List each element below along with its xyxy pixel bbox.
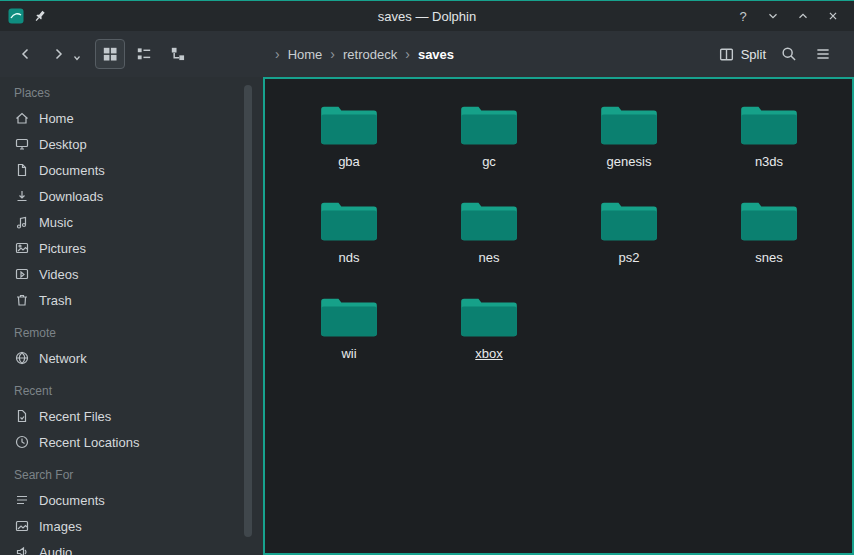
sidebar-item-label: Home [39,111,74,126]
sidebar-item-videos[interactable]: Videos [0,261,256,287]
chevron-down-icon [766,9,780,23]
folder-item-genesis[interactable]: genesis [559,95,699,191]
chevron-right-icon: › [330,46,335,62]
folder-icon [598,197,660,245]
sidebar-item-label: Trash [39,293,72,308]
section-header-places: Places [0,81,256,105]
sidebar-item-recent-locations[interactable]: Recent Locations [0,429,256,455]
close-icon [826,9,840,23]
sidebar-item-label: Images [39,519,82,534]
folder-label: wii [341,346,356,361]
breadcrumb-saves[interactable]: saves [416,45,456,64]
history-dropdown[interactable] [73,50,81,65]
speaker-icon [14,544,30,555]
chevron-right-icon: › [275,46,280,62]
video-icon [14,266,30,282]
dolphin-app-icon [8,8,24,24]
breadcrumb: › Home › retrodeck › saves [275,45,456,64]
folder-icon [458,101,520,149]
search-icon [780,45,798,63]
folder-label: nds [339,250,360,265]
folder-item-xbox[interactable]: xbox [419,287,559,383]
folder-label: ps2 [619,250,640,265]
sidebar-item-label: Downloads [39,189,103,204]
folder-item-n3ds[interactable]: n3ds [699,95,839,191]
section-header-remote: Remote [0,321,256,345]
folder-grid: gba gc genesis [265,79,852,383]
sidebar-item-label: Network [39,351,87,366]
minimize-button[interactable] [760,4,786,28]
titlebar-left [8,8,188,24]
home-icon [14,110,30,126]
folder-label: n3ds [755,154,783,169]
sidebar-item-search-documents[interactable]: Documents [0,487,256,513]
forward-button[interactable] [44,40,72,68]
folder-icon [458,197,520,245]
network-globe-icon [14,350,30,366]
sidebar-item-desktop[interactable]: Desktop [0,131,256,157]
window-title: saves — Dolphin [188,9,666,24]
back-button[interactable] [12,40,40,68]
search-button[interactable] [774,39,804,69]
folder-icon [738,197,800,245]
sidebar-item-label: Desktop [39,137,87,152]
hamburger-menu-icon [814,45,832,63]
sidebar-item-label: Music [39,215,73,230]
folder-item-gc[interactable]: gc [419,95,559,191]
folder-item-nds[interactable]: nds [279,191,419,287]
arrow-left-icon [18,46,34,62]
pin-icon[interactable] [32,8,48,24]
music-note-icon [14,214,30,230]
sidebar-scrollbar-thumb[interactable] [244,85,252,537]
sidebar-item-trash[interactable]: Trash [0,287,256,313]
split-button[interactable]: Split [710,41,774,68]
sidebar-item-search-audio[interactable]: Audio [0,539,256,555]
folder-label: xbox [475,346,502,361]
folder-icon [318,101,380,149]
icons-view-button[interactable] [95,39,125,69]
titlebar: saves — Dolphin ? [0,1,854,31]
maximize-button[interactable] [790,4,816,28]
help-button[interactable]: ? [730,4,756,28]
folder-label: gba [338,154,360,169]
recent-locations-icon [14,434,30,450]
folder-item-wii[interactable]: wii [279,287,419,383]
folder-icon [598,101,660,149]
sidebar-item-home[interactable]: Home [0,105,256,131]
download-icon [14,188,30,204]
chevron-up-icon [796,9,810,23]
split-label: Split [741,47,766,62]
sidebar-item-label: Pictures [39,241,86,256]
tree-view-button[interactable] [163,39,193,69]
folder-item-gba[interactable]: gba [279,95,419,191]
section-header-recent: Recent [0,379,256,403]
close-button[interactable] [820,4,846,28]
folder-icon [318,197,380,245]
sidebar-item-music[interactable]: Music [0,209,256,235]
trash-icon [14,292,30,308]
folder-item-snes[interactable]: snes [699,191,839,287]
sidebar-item-pictures[interactable]: Pictures [0,235,256,261]
folder-view[interactable]: gba gc genesis [263,77,854,555]
navigation-buttons [12,40,81,68]
sidebar-item-downloads[interactable]: Downloads [0,183,256,209]
recent-files-icon [14,408,30,424]
sidebar-item-search-images[interactable]: Images [0,513,256,539]
sidebar-item-network[interactable]: Network [0,345,256,371]
breadcrumb-retrodeck[interactable]: retrodeck [341,45,399,64]
image-icon [14,518,30,534]
compact-view-button[interactable] [129,39,159,69]
sidebar-item-recent-files[interactable]: Recent Files [0,403,256,429]
sidebar-item-documents[interactable]: Documents [0,157,256,183]
folder-icon [318,293,380,341]
folder-item-nes[interactable]: nes [419,191,559,287]
sidebar-item-label: Recent Locations [39,435,139,450]
document-lines-icon [14,492,30,508]
breadcrumb-home[interactable]: Home [286,45,325,64]
arrow-right-icon [50,46,66,62]
window-controls: ? [666,4,846,28]
folder-item-ps2[interactable]: ps2 [559,191,699,287]
icons-view-icon [101,45,119,63]
menu-button[interactable] [808,39,838,69]
dolphin-window: saves — Dolphin ? [0,0,854,555]
